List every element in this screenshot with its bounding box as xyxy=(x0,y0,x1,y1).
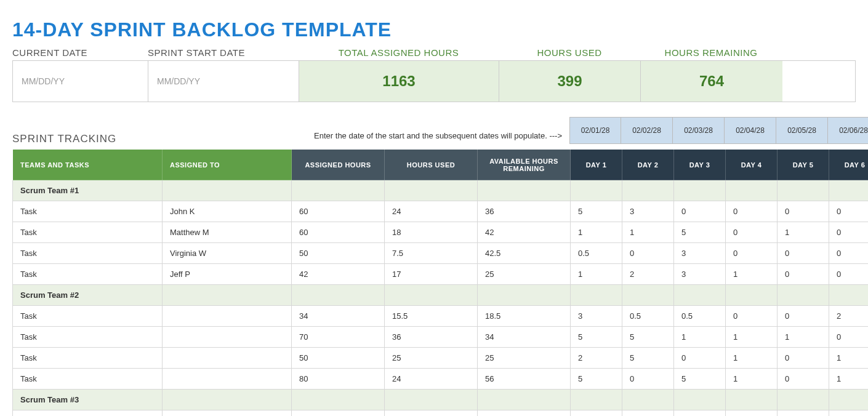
day-cell[interactable]: 3 xyxy=(674,264,726,285)
remaining-cell[interactable]: 25 xyxy=(478,348,571,369)
day-cell[interactable]: 0 xyxy=(778,201,829,222)
day-cell[interactable]: 0 xyxy=(726,306,778,327)
day-cell[interactable]: 0 xyxy=(829,201,869,222)
empty-cell[interactable] xyxy=(674,285,726,306)
team-name-cell[interactable]: Scrum Team #1 xyxy=(13,180,163,201)
task-name-cell[interactable]: Task xyxy=(13,306,163,327)
day-cell[interactable]: 1 xyxy=(726,348,778,369)
day-cell[interactable]: 1 xyxy=(674,327,726,348)
day-cell[interactable]: 0 xyxy=(829,327,869,348)
empty-cell[interactable] xyxy=(726,180,778,201)
empty-cell[interactable] xyxy=(292,285,385,306)
day-cell[interactable]: 5 xyxy=(571,369,622,390)
date-cell[interactable]: 02/01/28 xyxy=(569,117,621,144)
empty-cell[interactable] xyxy=(674,180,726,201)
day-cell[interactable]: 0 xyxy=(674,201,726,222)
hours-used-cell[interactable]: 17 xyxy=(385,264,478,285)
task-name-cell[interactable]: Task xyxy=(13,264,163,285)
remaining-cell[interactable]: 25 xyxy=(478,264,571,285)
assignee-cell[interactable] xyxy=(163,327,292,348)
remaining-cell[interactable]: 34 xyxy=(478,327,571,348)
day-cell[interactable]: 0 xyxy=(829,264,869,285)
day-cell[interactable]: 0 xyxy=(778,410,829,417)
task-name-cell[interactable]: Task xyxy=(13,410,163,417)
empty-cell[interactable] xyxy=(163,180,292,201)
hours-used-cell[interactable]: 36 xyxy=(385,327,478,348)
day-cell[interactable]: 0 xyxy=(778,243,829,264)
day-cell[interactable]: 0 xyxy=(726,222,778,243)
empty-cell[interactable] xyxy=(829,285,869,306)
day-cell[interactable]: 0.5 xyxy=(674,306,726,327)
hours-used-cell[interactable]: 18 xyxy=(385,410,478,417)
assignee-cell[interactable]: Virginia W xyxy=(163,243,292,264)
empty-cell[interactable] xyxy=(385,180,478,201)
assigned-hours-cell[interactable]: 80 xyxy=(292,369,385,390)
day-cell[interactable]: 6 xyxy=(571,410,622,417)
day-cell[interactable]: 0 xyxy=(778,306,829,327)
empty-cell[interactable] xyxy=(778,285,829,306)
assigned-hours-cell[interactable]: 50 xyxy=(292,243,385,264)
day-cell[interactable]: 1 xyxy=(622,222,674,243)
assigned-hours-cell[interactable]: 50 xyxy=(292,348,385,369)
task-name-cell[interactable]: Task xyxy=(13,222,163,243)
task-name-cell[interactable]: Task xyxy=(13,348,163,369)
team-name-cell[interactable]: Scrum Team #2 xyxy=(13,285,163,306)
hours-used-cell[interactable]: 15.5 xyxy=(385,306,478,327)
empty-cell[interactable] xyxy=(829,390,869,410)
day-cell[interactable]: 0 xyxy=(778,348,829,369)
day-cell[interactable]: 0.5 xyxy=(622,306,674,327)
day-cell[interactable]: 5 xyxy=(674,369,726,390)
task-name-cell[interactable]: Task xyxy=(13,243,163,264)
assigned-hours-cell[interactable]: 42 xyxy=(292,264,385,285)
empty-cell[interactable] xyxy=(726,285,778,306)
empty-cell[interactable] xyxy=(571,180,622,201)
day-cell[interactable]: 1 xyxy=(571,264,622,285)
hours-used-cell[interactable]: 25 xyxy=(385,348,478,369)
day-cell[interactable]: 0 xyxy=(829,243,869,264)
day-cell[interactable]: 1 xyxy=(829,348,869,369)
hours-used-cell[interactable]: 18 xyxy=(385,222,478,243)
empty-cell[interactable] xyxy=(292,180,385,201)
day-cell[interactable]: 1 xyxy=(571,222,622,243)
assignee-cell[interactable]: Jeff P xyxy=(163,264,292,285)
day-cell[interactable]: 1 xyxy=(829,369,869,390)
empty-cell[interactable] xyxy=(292,390,385,410)
empty-cell[interactable] xyxy=(726,390,778,410)
hours-used-cell[interactable]: 24 xyxy=(385,369,478,390)
current-date-input[interactable]: MM/DD/YY xyxy=(13,61,148,102)
remaining-cell[interactable]: 62 xyxy=(478,410,571,417)
empty-cell[interactable] xyxy=(478,390,571,410)
day-cell[interactable]: 3 xyxy=(674,243,726,264)
assignee-cell[interactable]: John K xyxy=(163,201,292,222)
empty-cell[interactable] xyxy=(778,390,829,410)
empty-cell[interactable] xyxy=(622,285,674,306)
day-cell[interactable]: 0 xyxy=(726,201,778,222)
assigned-hours-cell[interactable]: 60 xyxy=(292,222,385,243)
empty-cell[interactable] xyxy=(385,390,478,410)
day-cell[interactable]: 3 xyxy=(622,201,674,222)
empty-cell[interactable] xyxy=(571,390,622,410)
remaining-cell[interactable]: 18.5 xyxy=(478,306,571,327)
empty-cell[interactable] xyxy=(163,390,292,410)
remaining-cell[interactable]: 36 xyxy=(478,201,571,222)
date-cell[interactable]: 02/05/28 xyxy=(776,117,828,144)
team-name-cell[interactable]: Scrum Team #3 xyxy=(13,390,163,410)
assigned-hours-cell[interactable]: 60 xyxy=(292,201,385,222)
day-cell[interactable]: 0 xyxy=(726,243,778,264)
day-cell[interactable]: 0 xyxy=(674,348,726,369)
empty-cell[interactable] xyxy=(163,285,292,306)
assigned-hours-cell[interactable]: 70 xyxy=(292,327,385,348)
day-cell[interactable]: 2 xyxy=(622,264,674,285)
date-cell[interactable]: 02/02/28 xyxy=(621,117,673,144)
hours-used-cell[interactable]: 24 xyxy=(385,201,478,222)
assignee-cell[interactable] xyxy=(163,306,292,327)
day-cell[interactable]: 5 xyxy=(622,348,674,369)
day-cell[interactable]: 5 xyxy=(674,222,726,243)
day-cell[interactable]: 0 xyxy=(829,410,869,417)
date-cell[interactable]: 02/03/28 xyxy=(673,117,725,144)
day-cell[interactable]: 0 xyxy=(778,264,829,285)
day-cell[interactable]: 3 xyxy=(571,306,622,327)
day-cell[interactable]: 0 xyxy=(622,243,674,264)
empty-cell[interactable] xyxy=(622,180,674,201)
assignee-cell[interactable] xyxy=(163,410,292,417)
